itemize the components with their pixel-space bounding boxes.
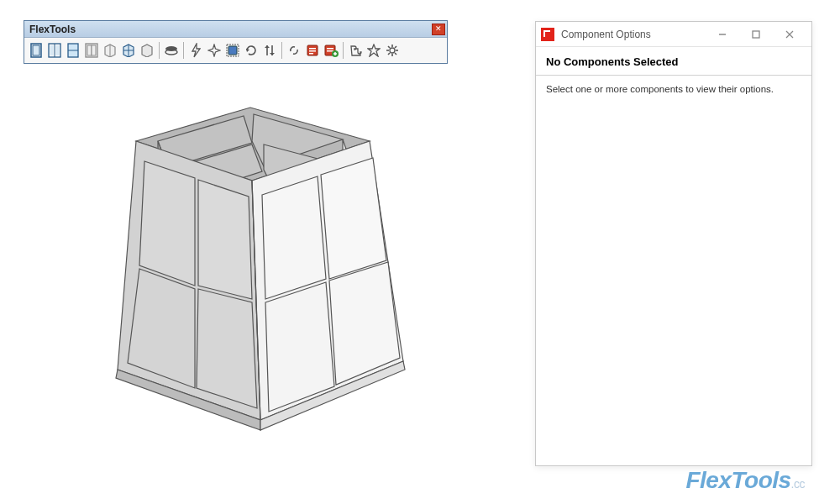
svg-rect-30 — [92, 45, 96, 55]
svg-rect-29 — [87, 45, 92, 55]
svg-rect-52 — [327, 48, 333, 50]
toolbar-separator — [159, 42, 160, 59]
svg-marker-42 — [246, 49, 249, 52]
component-options-titlebar[interactable]: Component Options — [536, 22, 811, 47]
svg-line-66 — [388, 53, 390, 55]
svg-rect-24 — [50, 45, 54, 55]
report-icon[interactable] — [304, 41, 321, 60]
svg-marker-14 — [321, 158, 386, 279]
svg-marker-15 — [265, 282, 334, 412]
watermark-suffix: .cc — [791, 477, 805, 491]
component-options-header: No Components Selected — [536, 47, 811, 76]
svg-marker-5 — [158, 141, 168, 178]
svg-rect-49 — [309, 50, 316, 52]
svg-marker-10 — [198, 180, 252, 299]
maximize-button[interactable] — [739, 23, 773, 46]
window-double-icon[interactable] — [120, 41, 137, 60]
svg-marker-7 — [118, 141, 260, 420]
door-double-icon[interactable] — [46, 41, 63, 60]
window-single-icon[interactable] — [102, 41, 118, 60]
svg-point-58 — [390, 48, 395, 53]
component-options-panel: Component Options No Components Selected… — [535, 21, 812, 466]
svg-marker-18 — [116, 370, 260, 430]
svg-marker-4 — [264, 144, 353, 197]
svg-line-65 — [395, 46, 396, 48]
svg-marker-6 — [343, 139, 353, 178]
minimize-button[interactable] — [706, 23, 739, 46]
sketchup-app-icon — [541, 28, 554, 41]
svg-marker-36 — [142, 45, 152, 57]
svg-rect-48 — [309, 48, 316, 50]
svg-marker-46 — [270, 53, 275, 55]
reload-icon[interactable] — [243, 41, 260, 60]
component-finder-icon[interactable] — [224, 41, 241, 60]
flextools-title: FlexTools — [29, 24, 76, 35]
svg-rect-25 — [56, 45, 60, 55]
svg-marker-1 — [158, 116, 252, 168]
report-add-icon[interactable] — [323, 41, 339, 60]
flextools-toolbar: FlexTools ✕ — [24, 20, 448, 64]
door-single-icon[interactable] — [28, 41, 45, 60]
svg-line-63 — [388, 46, 390, 48]
close-button[interactable] — [773, 23, 806, 46]
svg-marker-3 — [168, 144, 262, 198]
svg-rect-53 — [327, 50, 333, 52]
svg-rect-21 — [33, 45, 39, 55]
svg-marker-11 — [128, 269, 195, 388]
unlink-icon[interactable] — [286, 41, 302, 60]
svg-marker-57 — [368, 45, 380, 56]
svg-rect-68 — [753, 31, 759, 38]
svg-rect-50 — [309, 53, 313, 55]
svg-marker-0 — [136, 108, 370, 181]
svg-marker-19 — [260, 361, 405, 430]
toolbar-separator — [183, 42, 184, 59]
window-glazed-icon[interactable] — [139, 41, 155, 60]
svg-marker-45 — [265, 45, 270, 48]
toolbar-separator — [343, 42, 344, 59]
svg-marker-9 — [139, 161, 195, 286]
svg-marker-8 — [252, 141, 403, 420]
watermark-brand: FlexTools — [685, 467, 790, 493]
close-icon[interactable]: ✕ — [432, 24, 445, 35]
watermark: FlexTools.cc — [685, 467, 805, 494]
gear-icon[interactable] — [384, 41, 401, 60]
svg-marker-12 — [197, 289, 257, 408]
svg-line-17 — [252, 181, 260, 420]
svg-marker-2 — [252, 114, 343, 166]
flip-icon[interactable] — [261, 41, 278, 60]
toolbar-separator — [281, 42, 282, 59]
door-sliding-icon[interactable] — [83, 41, 100, 60]
sparkle-icon[interactable] — [206, 41, 223, 60]
flextools-toolbar-body — [24, 38, 447, 63]
zap-icon[interactable] — [187, 41, 204, 60]
svg-marker-16 — [329, 262, 400, 385]
flextools-titlebar[interactable]: FlexTools ✕ — [24, 21, 447, 38]
door-glazed-icon[interactable] — [65, 41, 81, 60]
svg-marker-39 — [192, 44, 200, 57]
puzzle-icon[interactable] — [347, 41, 364, 60]
component-options-body: Select one or more components to view th… — [536, 76, 811, 102]
svg-rect-40 — [228, 46, 237, 55]
svg-marker-13 — [262, 176, 326, 299]
svg-line-64 — [395, 53, 396, 55]
component-options-title: Component Options — [561, 29, 706, 40]
pancake-icon[interactable] — [163, 41, 180, 60]
star-icon[interactable] — [365, 41, 382, 60]
